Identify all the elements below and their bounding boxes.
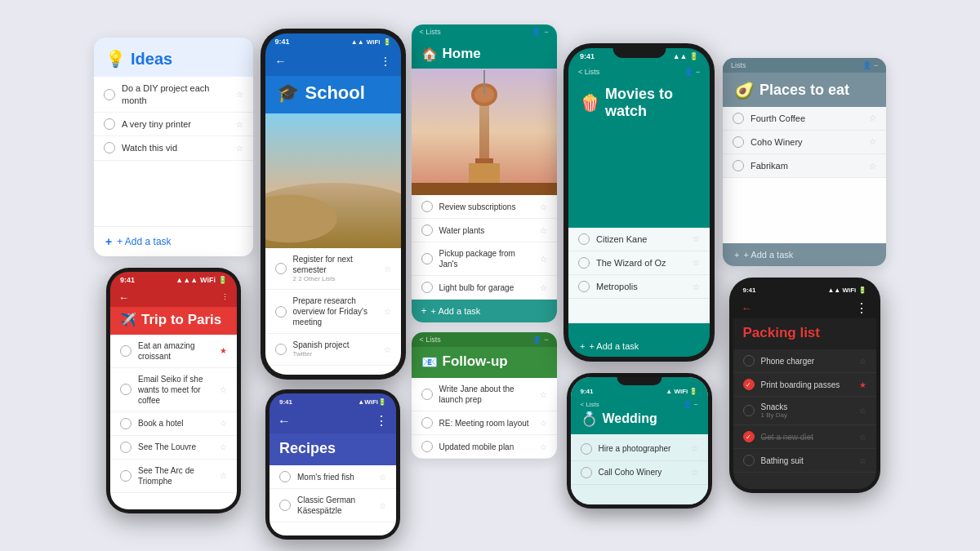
wedding-task-1[interactable]: Hire a photographer ☆ xyxy=(571,438,708,461)
places-add-task[interactable]: + + Add a task xyxy=(723,243,886,266)
movies-task-3[interactable]: Metropolis ☆ xyxy=(568,275,710,299)
star-icon[interactable]: ☆ xyxy=(540,442,547,451)
task-circle[interactable] xyxy=(104,89,115,100)
star-icon[interactable]: ☆ xyxy=(384,264,391,273)
task-circle[interactable] xyxy=(120,470,131,482)
star-icon[interactable]: ☆ xyxy=(859,433,866,442)
task-circle[interactable] xyxy=(743,355,755,367)
star-icon[interactable]: ☆ xyxy=(869,137,876,146)
ideas-add-task[interactable]: + + Add a task xyxy=(94,226,253,256)
packing-task-3[interactable]: Snacks 1 By Day ☆ xyxy=(733,397,876,425)
star-icon[interactable]: ★ xyxy=(220,346,227,355)
star-icon[interactable]: ☆ xyxy=(236,120,243,129)
home-task-2[interactable]: Water plants ☆ xyxy=(412,219,557,242)
wedding-task-2[interactable]: Call Coho Winery ☆ xyxy=(571,461,708,485)
trip-task-5[interactable]: See The Arc de Triomphe ☆ xyxy=(110,460,237,493)
movies-task-1[interactable]: Citizen Kane ☆ xyxy=(568,228,710,251)
followup-task-2[interactable]: RE: Meeting room layout ☆ xyxy=(412,411,557,435)
star-icon[interactable]: ☆ xyxy=(220,419,227,428)
task-circle[interactable] xyxy=(578,233,590,245)
task-circle[interactable] xyxy=(279,471,291,482)
school-task-3[interactable]: Spanish project Twitter ☆ xyxy=(265,334,401,365)
star-icon[interactable]: ☆ xyxy=(540,255,547,264)
followup-task-1[interactable]: Write Jane about the launch prep ☆ xyxy=(412,378,557,411)
task-circle-checked[interactable]: ✓ xyxy=(743,379,755,390)
nav-dots[interactable]: ⋮ xyxy=(221,293,229,301)
star-icon[interactable]: ☆ xyxy=(691,468,698,477)
task-circle[interactable] xyxy=(120,418,131,429)
trip-task-4[interactable]: See The Louvre ☆ xyxy=(110,436,237,460)
ideas-task-3[interactable]: Watch this vid ☆ xyxy=(94,136,253,160)
star-icon[interactable]: ☆ xyxy=(859,357,866,366)
task-circle-checked[interactable]: ✓ xyxy=(743,431,755,442)
task-circle[interactable] xyxy=(578,257,590,269)
star-icon[interactable]: ☆ xyxy=(691,444,698,453)
packing-dots[interactable]: ⋮ xyxy=(855,300,868,316)
star-icon[interactable]: ☆ xyxy=(384,345,391,354)
school-task-1[interactable]: Register for next semester 2 2 Other Lis… xyxy=(265,248,401,290)
task-circle[interactable] xyxy=(275,306,287,318)
packing-task-2[interactable]: ✓ Print boarding passes ★ xyxy=(733,373,876,397)
task-circle[interactable] xyxy=(581,443,592,455)
packing-task-1[interactable]: Phone charger ☆ xyxy=(733,349,876,373)
trip-task-3[interactable]: Book a hotel ☆ xyxy=(110,412,237,436)
movies-task-2[interactable]: The Wizard of Oz ☆ xyxy=(568,251,710,275)
home-lists-nav[interactable]: < Lists xyxy=(420,28,441,36)
task-circle[interactable] xyxy=(743,455,755,466)
movies-lists-nav[interactable]: < Lists xyxy=(578,68,599,76)
recipes-task-1[interactable]: Mom's fried fish ☆ xyxy=(270,465,396,489)
school-task-2[interactable]: Prepare research overview for Friday's m… xyxy=(265,290,401,334)
home-task-4[interactable]: Light bulb for garage ☆ xyxy=(412,276,557,300)
star-icon[interactable]: ☆ xyxy=(540,202,547,211)
star-icon[interactable]: ☆ xyxy=(693,258,700,267)
task-circle[interactable] xyxy=(421,282,433,293)
packing-task-5[interactable]: Bathing suit ☆ xyxy=(733,449,876,473)
places-lists-nav[interactable]: Lists xyxy=(731,61,746,69)
star-icon[interactable]: ☆ xyxy=(859,407,866,415)
star-icon[interactable]: ☆ xyxy=(693,234,700,243)
places-task-3[interactable]: Fabrikam ☆ xyxy=(723,154,886,178)
task-circle[interactable] xyxy=(120,384,131,395)
home-add-task[interactable]: + + Add a task xyxy=(412,300,557,322)
task-circle[interactable] xyxy=(104,142,115,153)
school-back[interactable]: ← xyxy=(275,55,287,68)
movies-add-task[interactable]: + + Add a task xyxy=(568,335,710,357)
task-circle[interactable] xyxy=(733,113,744,124)
packing-back[interactable]: ← xyxy=(742,302,752,314)
home-task-1[interactable]: Review subscriptions ☆ xyxy=(412,195,557,219)
task-circle[interactable] xyxy=(578,281,590,292)
task-circle[interactable] xyxy=(733,160,744,171)
back-arrow[interactable]: ← xyxy=(118,291,129,304)
star-icon[interactable]: ☆ xyxy=(693,282,700,291)
ideas-task-2[interactable]: A very tiny printer ☆ xyxy=(94,113,253,136)
trip-task-1[interactable]: Eat an amazing croissant ★ xyxy=(110,335,237,368)
task-circle[interactable] xyxy=(279,500,291,511)
recipes-back[interactable]: ← xyxy=(278,414,291,429)
star-icon[interactable]: ☆ xyxy=(220,442,227,451)
task-circle[interactable] xyxy=(421,389,433,400)
star-icon[interactable]: ☆ xyxy=(220,471,227,480)
task-circle[interactable] xyxy=(421,417,433,429)
recipes-dots[interactable]: ⋮ xyxy=(375,413,388,429)
task-circle[interactable] xyxy=(275,263,287,274)
star-icon[interactable]: ☆ xyxy=(236,90,243,99)
star-icon[interactable]: ☆ xyxy=(220,385,227,394)
star-icon[interactable]: ☆ xyxy=(540,390,547,399)
star-icon[interactable]: ☆ xyxy=(384,307,391,316)
star-icon[interactable]: ☆ xyxy=(540,226,547,235)
task-circle[interactable] xyxy=(275,344,287,355)
star-icon[interactable]: ☆ xyxy=(379,501,386,510)
trip-task-2[interactable]: Email Seiko if she wants to meet for cof… xyxy=(110,368,237,412)
home-task-3[interactable]: Pickup package from Jan's ☆ xyxy=(412,242,557,276)
star-icon[interactable]: ☆ xyxy=(869,162,876,171)
star-icon[interactable]: ☆ xyxy=(236,144,243,153)
task-circle[interactable] xyxy=(733,136,744,148)
task-circle[interactable] xyxy=(421,253,433,264)
wedding-lists-nav[interactable]: < Lists xyxy=(581,401,599,408)
task-circle[interactable] xyxy=(743,405,755,416)
followup-task-3[interactable]: Updated mobile plan ☆ xyxy=(412,435,557,459)
task-circle[interactable] xyxy=(421,224,433,236)
packing-task-4[interactable]: ✓ Get a new diet ☆ xyxy=(733,425,876,449)
places-task-2[interactable]: Coho Winery ☆ xyxy=(723,131,886,154)
task-circle[interactable] xyxy=(120,442,131,453)
